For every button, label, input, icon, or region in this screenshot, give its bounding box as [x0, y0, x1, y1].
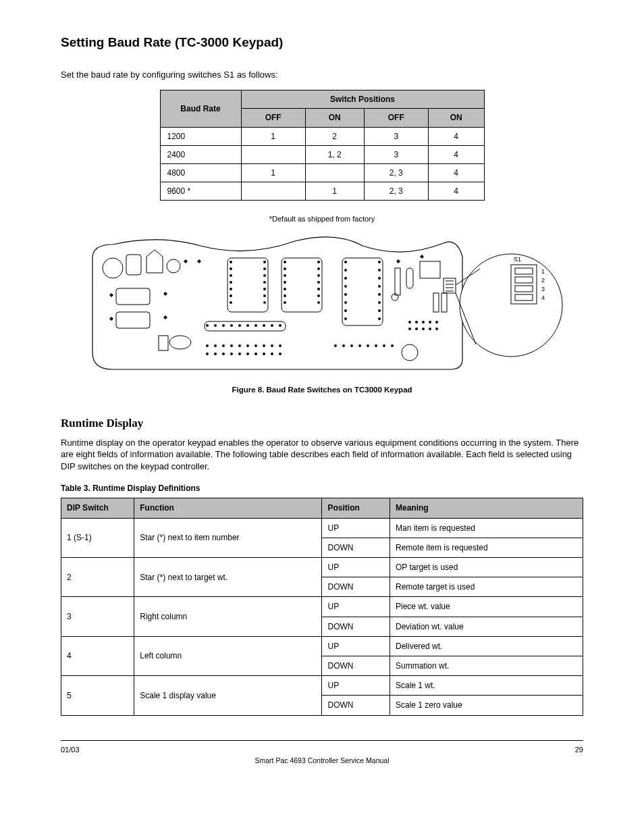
svg-point-39 — [344, 269, 347, 271]
svg-point-65 — [206, 344, 209, 347]
figure-caption: Figure 8. Baud Rate Switches on TC3000 K… — [61, 385, 583, 396]
svg-point-93 — [408, 321, 411, 323]
svg-point-17 — [263, 261, 266, 263]
svg-point-15 — [230, 294, 232, 297]
svg-point-18 — [263, 267, 266, 270]
svg-point-34 — [317, 281, 320, 284]
dip-h1: Function — [134, 498, 322, 518]
dip-num-1: 1 — [541, 268, 545, 275]
table-row: 4800 1 2, 3 4 — [160, 163, 484, 182]
svg-point-14 — [230, 288, 232, 290]
svg-point-71 — [254, 344, 257, 347]
baud-col-0: OFF — [241, 109, 305, 127]
pcb-illustration: S1 1 2 3 4 — [79, 231, 565, 380]
svg-point-102 — [435, 328, 438, 330]
page-footer: 01/03 29 — [61, 745, 583, 755]
svg-point-67 — [222, 344, 225, 347]
page-title: Setting Baud Rate (TC-3000 Keypad) — [61, 34, 583, 51]
table-row: 2400 1, 2 3 4 — [160, 145, 484, 163]
svg-point-66 — [214, 344, 217, 347]
section-title: Runtime Display — [61, 416, 583, 432]
footer-rule — [61, 740, 583, 741]
svg-point-72 — [263, 344, 265, 347]
svg-point-29 — [284, 294, 286, 297]
dip-table-caption: Table 3. Runtime Display Definitions — [61, 483, 583, 494]
svg-point-35 — [317, 288, 320, 290]
svg-point-59 — [238, 324, 241, 327]
svg-point-94 — [415, 321, 418, 323]
svg-point-48 — [378, 277, 381, 280]
svg-point-55 — [206, 324, 209, 327]
svg-point-95 — [422, 321, 425, 323]
runtime-para: Runtime display on the operator keypad e… — [61, 437, 583, 473]
dip-h2: Position — [322, 498, 390, 518]
svg-point-31 — [317, 261, 320, 263]
svg-point-82 — [263, 353, 265, 355]
footer-right: 29 — [575, 745, 583, 755]
svg-rect-120 — [515, 277, 533, 283]
svg-point-32 — [317, 267, 320, 270]
baud-col-3: ON — [428, 109, 484, 127]
svg-point-75 — [206, 353, 209, 355]
table-row: 4 Left column UP Delivered wt. — [61, 636, 583, 656]
baud-col-2: OFF — [364, 109, 428, 127]
table-row: 1200 1 2 3 4 — [160, 127, 484, 145]
baud-col-1: ON — [305, 109, 364, 127]
svg-point-87 — [350, 344, 353, 347]
footer-left: 01/03 — [61, 745, 80, 755]
svg-point-98 — [408, 328, 411, 330]
svg-point-44 — [344, 309, 347, 312]
svg-point-80 — [246, 353, 249, 355]
baud-rowhead: Baud Rate — [160, 90, 241, 127]
svg-point-101 — [429, 328, 431, 330]
svg-point-26 — [284, 274, 286, 277]
svg-point-96 — [429, 321, 431, 323]
svg-point-60 — [246, 324, 249, 327]
svg-point-16 — [230, 301, 232, 304]
svg-rect-122 — [515, 294, 533, 301]
svg-point-36 — [317, 294, 320, 297]
table-row: 9600 * 1 2, 3 4 — [160, 182, 484, 201]
baud-table-wrap: Baud Rate Switch Positions OFF ON OFF ON… — [61, 90, 583, 201]
svg-point-63 — [271, 324, 273, 327]
svg-point-69 — [238, 344, 241, 347]
svg-point-10 — [230, 261, 232, 263]
svg-point-19 — [263, 274, 266, 277]
svg-point-76 — [214, 353, 217, 355]
svg-point-70 — [246, 344, 249, 347]
dip-num-4: 4 — [541, 294, 545, 301]
svg-point-62 — [263, 324, 265, 327]
svg-point-20 — [263, 281, 266, 284]
svg-point-45 — [344, 317, 347, 320]
svg-point-85 — [334, 344, 337, 347]
svg-point-61 — [254, 324, 257, 327]
svg-point-23 — [263, 301, 266, 304]
svg-point-43 — [344, 301, 347, 304]
svg-point-42 — [344, 293, 347, 296]
dip-h0: DIP Switch — [61, 498, 134, 518]
svg-point-97 — [435, 321, 438, 323]
svg-point-53 — [378, 317, 381, 320]
svg-point-21 — [263, 288, 266, 290]
svg-point-88 — [358, 344, 361, 347]
svg-point-51 — [378, 301, 381, 304]
svg-point-86 — [342, 344, 345, 347]
baud-rate-table: Baud Rate Switch Positions OFF ON OFF ON… — [160, 90, 485, 201]
dip-num-2: 2 — [541, 277, 545, 284]
svg-point-50 — [378, 293, 381, 296]
dip-label-s1: S1 — [514, 256, 521, 263]
svg-point-28 — [284, 288, 286, 290]
baud-colgroup: Switch Positions — [241, 90, 484, 109]
svg-point-89 — [367, 344, 369, 347]
svg-point-11 — [230, 267, 232, 270]
table-row: 5 Scale 1 display value UP Scale 1 wt. — [61, 676, 583, 696]
footer-doc: Smart Pac 4693 Controller Service Manual — [61, 756, 583, 765]
svg-point-84 — [279, 353, 281, 355]
svg-point-30 — [284, 301, 286, 304]
svg-rect-121 — [515, 286, 533, 292]
svg-point-38 — [344, 261, 347, 263]
dip-num-3: 3 — [541, 286, 545, 292]
svg-point-58 — [230, 324, 233, 327]
dip-h3: Meaning — [390, 498, 583, 518]
svg-point-24 — [284, 261, 286, 263]
